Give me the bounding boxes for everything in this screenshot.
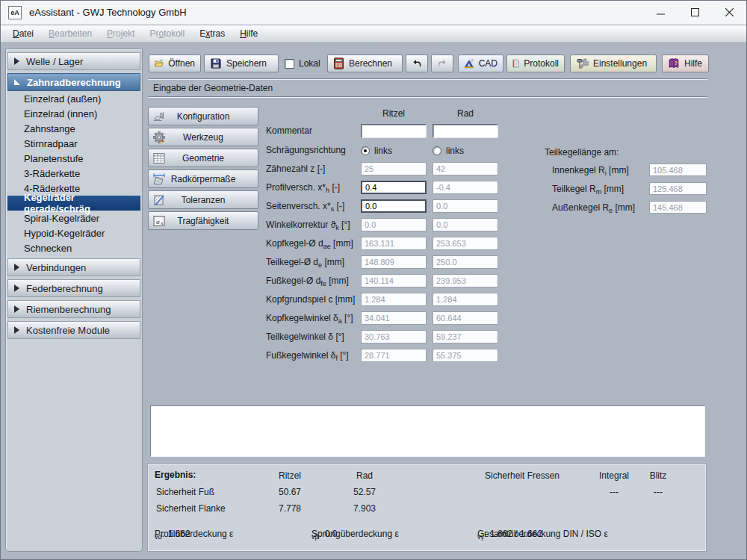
section-title: Eingabe der Geometrie-Daten xyxy=(153,83,273,93)
settings-button-label: Einstellungen xyxy=(593,58,647,69)
sidebar-cat-welle-lager[interactable]: Welle / Lager xyxy=(7,52,140,70)
redo-button xyxy=(431,55,453,72)
seitenversch-ritzel-input[interactable] xyxy=(361,199,427,213)
menu-extras[interactable]: Extras xyxy=(192,27,232,40)
fusskegelwinkel-label: Fußkegelwinkel δf [°] xyxy=(266,349,360,366)
sidebar-cat-zahnradberechnung[interactable]: Zahnradberechnung xyxy=(7,73,140,91)
kommentar-ritzel-input[interactable] xyxy=(361,124,427,138)
menubar: Datei Bearbeiten Projekt Protokoll Extra… xyxy=(1,25,746,43)
cad-button[interactable]: CAD xyxy=(458,55,503,72)
document-icon xyxy=(512,57,519,69)
form-row-kommentar: Kommentar xyxy=(1,124,747,138)
aussenkegel-label: Außenkegel Re [mm] xyxy=(552,201,646,217)
results-col-fressen: Sicherheit Fressen xyxy=(485,470,560,481)
kommentar-label: Kommentar xyxy=(266,124,360,141)
minimize-button[interactable] xyxy=(643,1,678,24)
teilkegelwinkel-ritzel-field xyxy=(361,330,427,343)
kopfgrundspiel-ritzel-field xyxy=(361,293,427,306)
profilueberdeckung-value: Profilüberdeckung εvα:1.662 xyxy=(155,529,162,541)
undo-button[interactable] xyxy=(406,55,428,72)
protokoll-button-label: Protokoll xyxy=(524,58,559,69)
fusskegelwinkel-ritzel-field xyxy=(361,349,427,362)
open-button-label: Öffnen xyxy=(168,58,195,69)
teilkegel-label: Teilkegel-Ø de [mm] xyxy=(266,255,360,273)
calculate-button[interactable]: Berechnen xyxy=(327,55,403,72)
seitenversch-label: Seitenversch. x*s [-] xyxy=(266,199,360,217)
kopfgrundspiel-rad-field xyxy=(433,293,498,306)
save-button[interactable]: Speichern xyxy=(204,55,279,72)
sidebar-item-einzelrad-innen[interactable]: Einzelrad (innen) xyxy=(6,106,142,121)
protokoll-button[interactable]: Protokoll xyxy=(506,55,565,72)
profilversch-ritzel-input[interactable] xyxy=(361,181,427,194)
fusskegelwinkel-rad-field xyxy=(433,349,498,362)
column-header-ritzel: Ritzel xyxy=(361,108,427,119)
profilversch-label: Profilversch. x*h [-] xyxy=(266,181,360,198)
column-header-rad: Rad xyxy=(433,108,498,119)
menu-datei[interactable]: Datei xyxy=(5,27,41,40)
results-col-integral: Integral xyxy=(592,470,636,481)
divider xyxy=(148,78,707,80)
lokal-label: Lokal xyxy=(299,58,320,69)
result-value: 7.903 xyxy=(342,503,387,514)
winkelkorrektur-rad-field xyxy=(433,218,498,231)
settings-button[interactable]: Einstellungen xyxy=(570,55,657,72)
divider xyxy=(148,96,707,98)
zaehnezahl-label: Zähnezahl z [-] xyxy=(266,162,360,179)
innenkegel-field xyxy=(649,164,707,176)
calculate-button-label: Berechnen xyxy=(349,58,392,69)
konfiguration-button[interactable]: Konfiguration xyxy=(148,107,258,125)
form-row-fusskegel: Fußkegel-Ø dfe [mm] xyxy=(1,274,747,288)
form-row-schraegungsrichtung: Schrägungsrichtung links links xyxy=(1,143,747,158)
open-folder-icon xyxy=(155,57,164,69)
floppy-disk-icon xyxy=(210,57,222,69)
result-value: --- xyxy=(642,487,675,497)
radio-links-ritzel[interactable] xyxy=(361,146,370,155)
fusskegel-label: Fußkegel-Ø dfe [mm] xyxy=(266,274,360,291)
sidebar-item-einzelrad-aussen[interactable]: Einzelrad (außen) xyxy=(6,91,142,106)
kopfkegel-rad-field xyxy=(433,237,498,250)
menu-bearbeiten: Bearbeiten xyxy=(41,27,99,40)
collapse-arrow-icon xyxy=(14,79,20,85)
close-icon xyxy=(725,8,734,16)
lokal-checkbox-group[interactable]: Lokal xyxy=(285,55,320,72)
maximize-button[interactable] xyxy=(678,1,712,24)
results-col-blitz: Blitz xyxy=(642,470,675,481)
schraegungsrichtung-ritzel-radio-group[interactable]: links xyxy=(361,143,392,158)
form-row-winkelkorrektur: Winkelkorrektur ϑk [°] xyxy=(1,218,747,232)
schraegungsrichtung-rad-radio-group[interactable]: links xyxy=(433,143,464,158)
radio-links-rad[interactable] xyxy=(433,146,441,155)
sidebar-cat-label: Welle / Lager xyxy=(26,56,83,67)
aussenkegel-field xyxy=(649,201,707,214)
teilkegel-rad-field xyxy=(433,255,498,269)
kopfkegelwinkel-rad-field xyxy=(433,311,498,325)
expand-arrow-icon xyxy=(14,57,19,65)
kommentar-rad-input[interactable] xyxy=(433,124,498,138)
schraegungsrichtung-label: Schrägungsrichtung xyxy=(266,143,360,161)
profilversch-rad-field xyxy=(433,181,498,194)
maximize-icon xyxy=(691,8,699,16)
minimize-icon xyxy=(657,8,665,16)
results-title: Ergebnis: xyxy=(155,470,196,480)
kopfgrundspiel-label: Kopfgrundspiel c [mm] xyxy=(266,293,360,310)
app-window: eA eAssistant - GWJ Technology GmbH Date… xyxy=(0,0,747,560)
calculator-icon xyxy=(333,57,344,69)
open-button[interactable]: Öffnen xyxy=(149,55,201,72)
result-value: --- xyxy=(592,487,636,497)
innenkegel-label: Innenkegel Ri [mm] xyxy=(552,164,646,180)
lokal-checkbox[interactable] xyxy=(285,59,294,69)
undo-icon xyxy=(412,58,422,69)
tools-icon xyxy=(576,57,589,69)
close-button[interactable] xyxy=(712,1,746,24)
svg-text:?: ? xyxy=(675,60,678,66)
message-box xyxy=(150,405,705,457)
result-row-label: Sicherheit Fuß xyxy=(156,487,214,497)
redo-icon xyxy=(437,58,447,69)
form-row-kopfgrundspiel: Kopfgrundspiel c [mm] xyxy=(1,293,747,307)
zaehnezahl-rad-field xyxy=(433,162,498,175)
cad-ruler-icon xyxy=(464,57,474,69)
menu-hilfe[interactable]: Hilfe xyxy=(232,27,265,40)
results-panel: Ergebnis: Ritzel Rad Sicherheit Fressen … xyxy=(148,464,706,551)
help-button-label: Hilfe xyxy=(684,58,702,69)
kopfkegelwinkel-label: Kopfkegelwinkel δa [°] xyxy=(266,311,360,329)
help-button[interactable]: ? Hilfe xyxy=(662,55,709,72)
